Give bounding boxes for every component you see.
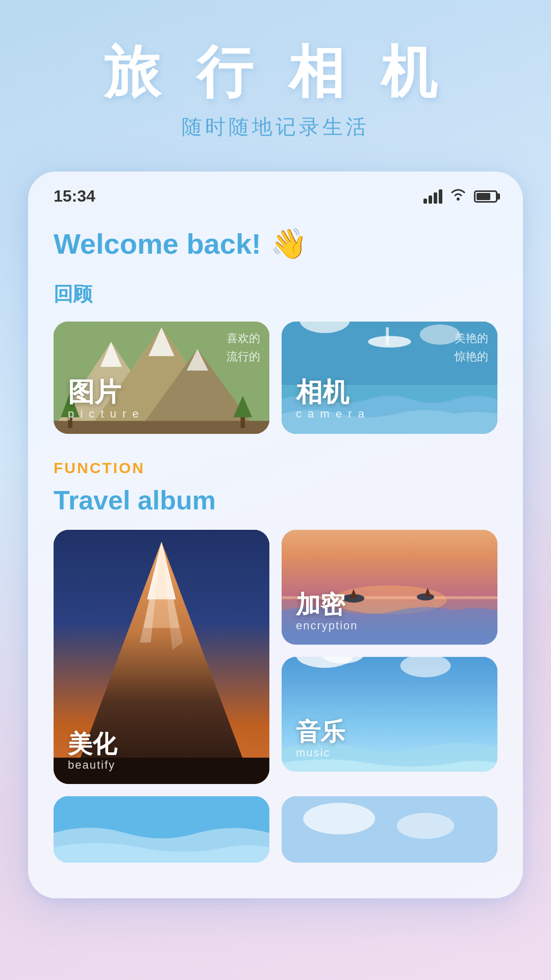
music-card-overlay: 音乐 music [282, 657, 497, 772]
bottom-card-left[interactable] [54, 796, 269, 863]
app-subtitle: 随时随地记录生活 [0, 113, 551, 141]
svg-point-47 [397, 813, 455, 839]
status-icons [423, 187, 497, 205]
svg-point-46 [303, 803, 375, 835]
svg-point-0 [457, 198, 460, 201]
signal-icon [423, 189, 442, 204]
beautify-title-cn: 美化 [68, 732, 255, 756]
beautify-title-en: beautify [68, 758, 255, 772]
status-bar: 15:34 [28, 172, 523, 211]
picture-title-en: p i c t u r e [68, 407, 255, 421]
encryption-title-en: encryption [296, 619, 483, 632]
app-title: 旅 行 相 机 [0, 41, 551, 103]
picture-title-cn: 图片 [68, 379, 255, 405]
review-cards-grid: 图片 p i c t u r e 喜欢的 流行的 [54, 322, 497, 434]
travel-album-label: Travel album [54, 485, 497, 516]
encryption-card-overlay: 加密 encryption [282, 530, 497, 645]
bottom-card-right[interactable] [282, 796, 497, 863]
beautify-card[interactable]: 美化 beautify [54, 530, 269, 784]
wifi-icon [449, 187, 467, 205]
camera-tags: 美艳的 惊艳的 [455, 331, 488, 364]
music-title-cn: 音乐 [296, 720, 483, 744]
battery-icon [474, 190, 497, 203]
camera-title-en: c a m e r a [296, 407, 483, 421]
welcome-text: Welcome back! [54, 227, 261, 260]
review-label: 回顾 [54, 281, 497, 307]
picture-tags: 喜欢的 流行的 [227, 331, 260, 364]
right-column: 加密 encryption [282, 530, 497, 772]
status-time: 15:34 [54, 187, 95, 206]
card-content: Welcome back! 👋 回顾 [28, 211, 523, 868]
phone-mockup: 15:34 Welcome b [28, 172, 523, 898]
beautify-card-overlay: 美化 beautify [54, 530, 269, 784]
camera-title-cn: 相机 [296, 379, 483, 405]
album-grid: 美化 beautify [54, 530, 497, 784]
encryption-title-cn: 加密 [296, 593, 483, 617]
hero-section: 旅 行 相 机 随时随地记录生活 [0, 0, 551, 172]
wave-emoji: 👋 [270, 226, 307, 261]
bottom-row [54, 796, 497, 868]
music-card[interactable]: 音乐 music [282, 657, 497, 772]
function-label: FUNCTION [54, 459, 497, 477]
camera-card[interactable]: 相机 c a m e r a 美艳的 惊艳的 [282, 322, 497, 434]
welcome-section: Welcome back! 👋 [54, 226, 497, 261]
picture-card[interactable]: 图片 p i c t u r e 喜欢的 流行的 [54, 322, 269, 434]
encryption-card[interactable]: 加密 encryption [282, 530, 497, 645]
music-title-en: music [296, 746, 483, 760]
